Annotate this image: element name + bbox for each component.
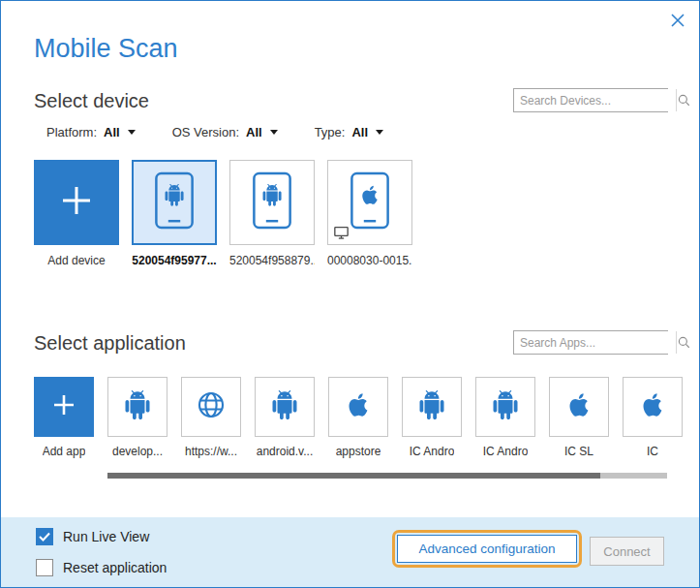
- select-device-heading: Select device: [34, 90, 149, 112]
- app-column: IC Andro: [402, 377, 462, 458]
- reset-application-checkbox[interactable]: Reset application: [36, 559, 167, 576]
- add-device-column: Add device: [34, 160, 119, 267]
- globe-icon: [196, 389, 227, 424]
- device-tile-list: Add device 520054f95977...: [34, 160, 412, 267]
- search-icon[interactable]: [676, 89, 691, 111]
- app-tile[interactable]: [328, 377, 388, 437]
- app-tile[interactable]: [181, 377, 241, 437]
- apple-icon: [345, 391, 372, 422]
- app-tile[interactable]: [623, 377, 683, 437]
- platform-filter-label: Platform:: [46, 125, 97, 139]
- plus-icon: [57, 181, 96, 224]
- app-column: IC SL: [549, 377, 609, 458]
- android-icon: [270, 390, 299, 423]
- app-column: appstore: [328, 377, 388, 458]
- device-label: 00008030-0015...: [327, 254, 412, 267]
- os-version-filter-dropdown[interactable]: OS Version: All: [172, 125, 278, 139]
- mobile-scan-dialog: Mobile Scan Select device Platform: All …: [0, 0, 700, 588]
- android-phone-icon: [154, 171, 195, 233]
- add-app-button[interactable]: [34, 377, 94, 437]
- type-filter-label: Type:: [315, 125, 346, 139]
- chevron-down-icon: [128, 130, 136, 135]
- search-apps-box: [513, 330, 668, 355]
- reset-application-label: Reset application: [63, 560, 167, 575]
- android-icon: [491, 390, 520, 423]
- device-filters: Platform: All OS Version: All Type: All: [46, 125, 383, 139]
- android-phone-icon: [252, 171, 292, 233]
- app-column: develop...: [107, 377, 167, 458]
- app-column: IC: [623, 377, 683, 458]
- device-tile[interactable]: [327, 160, 412, 245]
- device-column: 00008030-0015...: [327, 160, 412, 267]
- app-label: https://w...: [185, 445, 237, 458]
- apps-scrollbar-thumb[interactable]: [107, 473, 600, 479]
- app-tile[interactable]: [549, 377, 609, 437]
- os-version-filter-value: All: [246, 125, 262, 139]
- advanced-configuration-button[interactable]: Advanced configuration: [397, 535, 577, 563]
- device-label: 520054f95977...: [132, 254, 216, 267]
- search-icon[interactable]: [676, 331, 691, 354]
- app-tile[interactable]: [402, 377, 462, 437]
- android-icon: [417, 390, 446, 423]
- run-live-view-checkbox[interactable]: Run Live View: [36, 528, 149, 545]
- checkbox-unchecked-icon: [36, 559, 53, 576]
- select-application-heading: Select application: [34, 332, 186, 355]
- run-live-view-label: Run Live View: [63, 529, 149, 544]
- app-column: IC Andro: [475, 377, 535, 458]
- monitor-icon: [333, 225, 350, 240]
- app-column: android.v...: [255, 377, 315, 458]
- app-column: https://w...: [181, 377, 241, 458]
- search-apps-input[interactable]: [514, 331, 676, 354]
- chevron-down-icon: [376, 130, 383, 135]
- footer-bar: Run Live View Reset application Advanced…: [1, 517, 699, 587]
- page-title: Mobile Scan: [34, 34, 178, 64]
- app-tile[interactable]: [475, 377, 535, 437]
- app-label: IC SL: [564, 445, 593, 458]
- add-app-column: Add app: [34, 377, 94, 458]
- apps-scrollbar-track[interactable]: [107, 473, 667, 479]
- close-icon[interactable]: [668, 11, 687, 30]
- app-label: IC Andro: [483, 445, 529, 458]
- app-label: IC Andro: [410, 445, 455, 458]
- connect-button[interactable]: Connect: [590, 537, 664, 566]
- platform-filter-dropdown[interactable]: Platform: All: [46, 125, 136, 139]
- app-tile-list: Add app develop... https://w...: [34, 377, 683, 458]
- os-version-filter-label: OS Version:: [172, 125, 239, 139]
- platform-filter-value: All: [104, 125, 120, 139]
- type-filter-dropdown[interactable]: Type: All: [315, 125, 383, 139]
- add-app-label: Add app: [43, 445, 86, 458]
- device-column: 520054f958879...: [229, 160, 315, 267]
- type-filter-value: All: [351, 125, 368, 139]
- app-label: appstore: [336, 445, 381, 458]
- device-tile[interactable]: [229, 160, 315, 245]
- plus-icon: [50, 391, 77, 422]
- app-label: IC: [647, 445, 658, 458]
- add-device-label: Add device: [47, 254, 105, 267]
- app-label: android.v...: [257, 445, 313, 458]
- app-tile[interactable]: [107, 377, 167, 437]
- search-devices-input[interactable]: [514, 89, 676, 111]
- device-label: 520054f958879...: [229, 254, 315, 267]
- search-devices-box: [513, 88, 668, 112]
- highlight-annotation: Advanced configuration: [392, 530, 582, 568]
- app-label: develop...: [112, 445, 163, 458]
- app-tile[interactable]: [255, 377, 315, 437]
- apple-icon: [639, 391, 666, 422]
- chevron-down-icon: [270, 130, 278, 135]
- device-column: 520054f95977...: [132, 160, 217, 267]
- device-tile-selected[interactable]: [132, 160, 217, 245]
- apple-phone-icon: [350, 171, 390, 233]
- apple-icon: [565, 391, 593, 422]
- android-icon: [123, 390, 152, 423]
- add-device-button[interactable]: [34, 160, 119, 245]
- checkbox-checked-icon: [36, 528, 53, 545]
